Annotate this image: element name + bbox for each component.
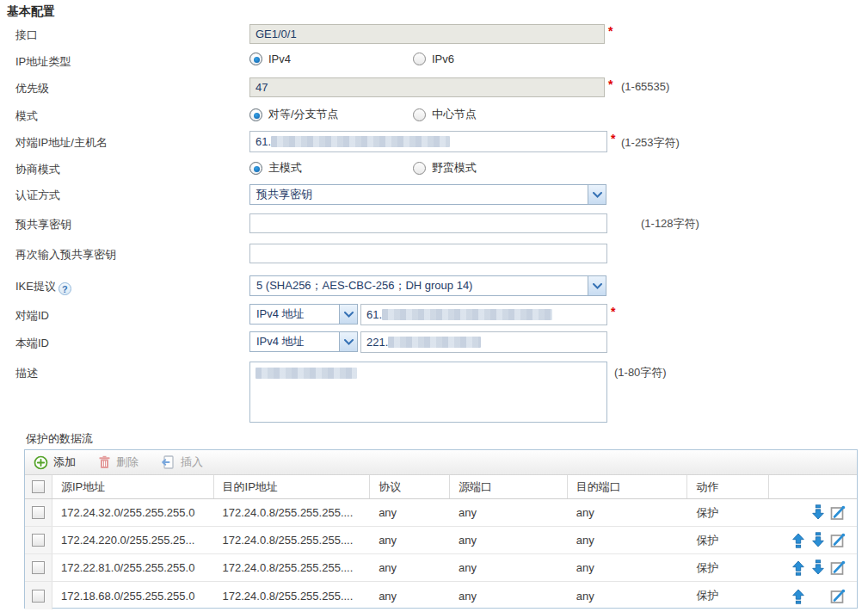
- peer-id-type-value: IPv4 地址: [256, 306, 305, 322]
- peer-id-required-asterisk: *: [611, 305, 615, 318]
- cell-src-port: any: [450, 499, 568, 526]
- edit-button[interactable]: [829, 532, 846, 549]
- cell-action: 保护: [687, 499, 769, 526]
- insert-button[interactable]: 插入: [161, 454, 203, 470]
- row-checkbox[interactable]: [32, 590, 45, 603]
- pencil-square-icon: [830, 588, 846, 604]
- pencil-square-icon: [830, 504, 846, 521]
- redacted-blur: [255, 368, 357, 379]
- peer-ip-value-prefix: 61.: [255, 135, 271, 148]
- move-down-button[interactable]: [810, 532, 827, 549]
- peer-ip-input[interactable]: 61.: [249, 131, 607, 152]
- col-header-src-port: 源端口: [450, 475, 568, 498]
- move-up-button[interactable]: [790, 532, 807, 549]
- local-id-type-value: IPv4 地址: [256, 334, 305, 349]
- radio-unselected-icon[interactable]: [413, 53, 426, 65]
- peer-ip-hint: (1-253字符): [621, 135, 680, 151]
- flows-table-header: 源IP地址 目的IP地址 协议 源端口 目的端口 动作: [25, 475, 857, 499]
- chevron-down-icon[interactable]: [339, 332, 357, 351]
- ike-proposal-select[interactable]: 5 (SHA256；AES-CBC-256；DH group 14): [249, 275, 606, 296]
- table-row: 172.24.32.0/255.255.255.0 172.24.0.8/255…: [25, 499, 857, 527]
- interface-input[interactable]: [249, 24, 605, 44]
- psk-input[interactable]: [249, 213, 607, 233]
- row-checkbox[interactable]: [32, 534, 45, 547]
- radio-unselected-icon[interactable]: [413, 108, 426, 121]
- psk-label: 预共享密钥: [15, 217, 71, 232]
- mode-radio-hub[interactable]: 中心节点: [413, 107, 477, 122]
- down-arrow-icon: [811, 504, 825, 521]
- radio-selected-icon[interactable]: [249, 108, 262, 121]
- up-arrow-icon: [791, 559, 805, 576]
- up-arrow-icon: [791, 588, 805, 604]
- table-row: 172.22.81.0/255.255.255.0 172.24.0.8/255…: [25, 554, 857, 582]
- mode-radio-peer[interactable]: 对等/分支节点: [249, 107, 339, 122]
- edit-button[interactable]: [829, 504, 846, 522]
- radio-selected-icon[interactable]: [249, 162, 262, 175]
- redacted-blur: [382, 309, 552, 320]
- row-checkbox[interactable]: [32, 561, 45, 574]
- down-arrow-icon: [811, 559, 825, 576]
- priority-hint: (1-65535): [621, 80, 669, 93]
- priority-required-asterisk: *: [608, 77, 613, 91]
- col-header-src-ip: 源IP地址: [52, 475, 214, 498]
- section-title-basic-config: 基本配置: [7, 4, 55, 20]
- chevron-down-icon[interactable]: [588, 185, 606, 204]
- peer-id-input[interactable]: 61.: [360, 304, 607, 325]
- trash-icon: [98, 455, 111, 469]
- mode-peer-label: 对等/分支节点: [268, 107, 339, 122]
- mode-hub-label: 中心节点: [432, 107, 477, 122]
- nego-mode-radio-aggressive[interactable]: 野蛮模式: [413, 160, 477, 176]
- pencil-square-icon: [830, 559, 846, 576]
- peer-id-value-prefix: 61.: [366, 308, 382, 321]
- local-id-input[interactable]: 221.: [360, 331, 607, 353]
- ip-type-radio-ipv4[interactable]: IPv4: [249, 53, 291, 65]
- cell-protocol: any: [370, 582, 450, 609]
- edit-button[interactable]: [829, 587, 846, 604]
- nego-main-label: 主模式: [268, 160, 302, 176]
- add-button-label: 添加: [53, 454, 76, 470]
- edit-button[interactable]: [829, 559, 846, 577]
- auth-method-label: 认证方式: [15, 188, 60, 203]
- nego-mode-radio-main[interactable]: 主模式: [249, 160, 302, 176]
- psk-confirm-label: 再次输入预共享密钥: [15, 247, 116, 263]
- move-down-button[interactable]: [810, 504, 827, 522]
- radio-unselected-icon[interactable]: [413, 162, 426, 175]
- cell-dst-port: any: [568, 582, 688, 609]
- local-id-type-select[interactable]: IPv4 地址: [249, 331, 358, 352]
- peer-id-type-select[interactable]: IPv4 地址: [249, 304, 358, 325]
- move-down-button[interactable]: [810, 559, 827, 577]
- auth-method-value: 预共享密钥: [256, 187, 312, 202]
- delete-button-label: 删除: [116, 454, 139, 470]
- radio-selected-icon[interactable]: [249, 53, 262, 65]
- delete-button[interactable]: 删除: [98, 454, 139, 470]
- cell-action: 保护: [687, 527, 769, 553]
- cell-dst-ip: 172.24.0.8/255.255.255....: [214, 527, 371, 553]
- psk-confirm-input[interactable]: [249, 244, 607, 263]
- help-icon[interactable]: ?: [58, 282, 71, 295]
- select-all-checkbox[interactable]: [32, 480, 45, 493]
- mode-label: 模式: [15, 108, 38, 124]
- cell-src-port: any: [450, 582, 568, 609]
- move-up-button[interactable]: [790, 559, 807, 577]
- move-up-button[interactable]: [790, 587, 807, 604]
- local-id-value-prefix: 221.: [366, 336, 388, 349]
- col-header-action: 动作: [687, 475, 769, 498]
- insert-button-label: 插入: [181, 454, 203, 470]
- peer-ip-required-asterisk: *: [611, 132, 615, 145]
- row-checkbox[interactable]: [32, 506, 45, 519]
- add-button[interactable]: 添加: [34, 454, 76, 470]
- col-header-dst-ip: 目的IP地址: [214, 475, 371, 498]
- chevron-down-icon[interactable]: [588, 276, 606, 295]
- auth-method-select[interactable]: 预共享密钥: [249, 184, 606, 205]
- cell-dst-port: any: [568, 499, 688, 526]
- ip-type-radio-ipv6[interactable]: IPv6: [413, 53, 454, 65]
- cell-protocol: any: [370, 527, 450, 553]
- description-textarea[interactable]: [249, 362, 607, 423]
- priority-input[interactable]: [249, 77, 605, 97]
- interface-label: 接口: [15, 28, 38, 43]
- up-arrow-icon: [791, 532, 805, 548]
- redacted-blur: [388, 337, 481, 348]
- nego-mode-label: 协商模式: [15, 162, 60, 177]
- ike-proposal-value: 5 (SHA256；AES-CBC-256；DH group 14): [256, 278, 472, 294]
- chevron-down-icon[interactable]: [339, 305, 357, 324]
